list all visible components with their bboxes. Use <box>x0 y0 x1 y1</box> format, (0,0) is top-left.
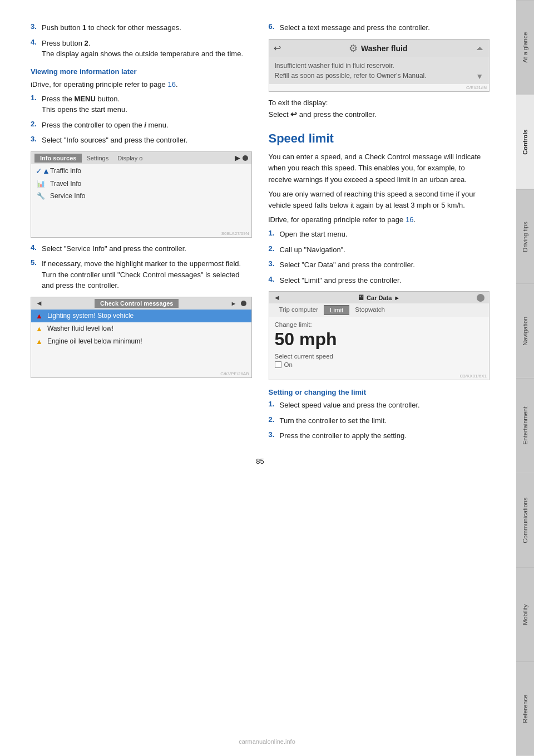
sidebar-item-communications[interactable]: Communications <box>516 473 534 567</box>
screenshot-watermark: C/EI/21/IN <box>269 84 490 91</box>
speed-limit-para-1: You can enter a speed, and a Check Contr… <box>269 151 490 185</box>
sidebar-item-mobility[interactable]: Mobility <box>516 567 534 662</box>
washer-header: ↩ ⚙ Washer fluid ⏶ <box>269 40 490 57</box>
sidebar-item-navigation[interactable]: Navigation <box>516 283 534 378</box>
sidebar-label: Reference <box>522 695 528 723</box>
step-2-controller: 2. Press the controller to open the i me… <box>31 120 252 131</box>
screenshot-watermark: C3/KX01/6X1 <box>269 372 490 380</box>
step-number: 1. <box>31 94 39 115</box>
cc-item-label: Lighting system! Stop vehicle <box>47 312 134 320</box>
washer-message: Insufficient washer fluid in fluid reser… <box>275 62 427 80</box>
step-content: Select "Limit" and press the controller. <box>280 275 402 286</box>
is-item-traffic: ✓▲ Traffic Info <box>31 164 251 178</box>
car-data-screenshot: ◄ 🖥 Car Data ► Trip computer Limit Stopw… <box>269 291 490 380</box>
back-icon: ↩ <box>274 43 281 53</box>
page-number: 85 <box>31 457 490 465</box>
step-content: Select "Service Info" and press the cont… <box>42 243 186 254</box>
page-link-16-right[interactable]: 16 <box>406 215 413 224</box>
screenshot-watermark: S68LA27/09N <box>31 230 251 237</box>
car-data-header-center: 🖥 Car Data ► <box>357 293 400 302</box>
washer-title: Washer fluid <box>361 44 408 53</box>
is-tab-display: Display o <box>113 154 147 163</box>
step-content: Turn the controller to set the limit. <box>280 415 387 426</box>
check-control-screenshot: ◄ Check Control messages ► ▲ Lighting sy… <box>31 297 252 378</box>
sidebar-label: At a glance <box>522 32 528 63</box>
checkbox-icon <box>275 361 281 368</box>
step-number: 2. <box>269 415 278 426</box>
step-4-service: 4. Select "Service Info" and press the c… <box>31 243 252 254</box>
is-item-service: 🔧 Service Info <box>31 190 251 202</box>
sc-step-2: 2. Turn the controller to set the limit. <box>269 415 490 426</box>
sidebar-label: Controls <box>522 130 528 155</box>
step-content: Press button 2.The display again shows t… <box>42 38 243 60</box>
car-data-tabs: Trip computer Limit Stopwatch <box>269 303 490 317</box>
sl-step-3: 3. Select "Car Data" and press the contr… <box>269 259 490 271</box>
change-limit-label: Change limit: <box>275 321 484 328</box>
traffic-info-icon: ✓▲ <box>36 166 46 175</box>
exit-text: To exit the display: Select ↩ and press … <box>269 97 490 121</box>
sidebar-label: Communications <box>522 497 528 543</box>
sl-step-1: 1. Open the start menu. <box>269 229 490 240</box>
sidebar-item-entertainment[interactable]: Entertainment <box>516 378 534 473</box>
step-number: 2. <box>269 244 278 256</box>
sidebar-item-reference[interactable]: Reference <box>516 661 534 756</box>
step-5-highlight: 5. If necessary, move the highlight mark… <box>31 258 252 291</box>
step-number: 2. <box>31 120 39 131</box>
cc-header: ◄ Check Control messages ► <box>31 297 251 310</box>
step-3-info-sources: 3. Select "Info sources" and press the c… <box>31 135 252 146</box>
step-number: 4. <box>269 275 278 286</box>
step-number: 4. <box>31 243 39 254</box>
car-data-nav-left: ◄ <box>274 293 281 302</box>
settings-circle-icon <box>477 294 484 302</box>
washer-fluid-screenshot: ↩ ⚙ Washer fluid ⏶ Insufficient washer f… <box>269 39 490 92</box>
service-info-icon: 🔧 <box>36 192 46 200</box>
washer-icon: ⚙ <box>349 42 358 55</box>
warning-icon: ▲ <box>36 325 43 333</box>
tab-trip-computer[interactable]: Trip computer <box>274 305 324 315</box>
is-tab-settings: Settings <box>82 154 113 163</box>
speed-limit-para-2: You are only warned of reaching this spe… <box>269 189 490 211</box>
screenshot-watermark: C/KVPE/26AB <box>31 370 251 377</box>
step-4: 4. Press button 2.The display again show… <box>31 38 252 60</box>
speed-value: 50 mph <box>275 329 484 350</box>
sc-step-1: 1. Select speed value and press the cont… <box>269 400 490 411</box>
step-content: Select speed value and press the control… <box>280 400 420 411</box>
step-number: 3. <box>269 259 278 271</box>
is-tab-info-sources: Info sources <box>34 154 82 163</box>
setting-changing-heading: Setting or changing the limit <box>269 388 490 396</box>
step-3: 3. Push button 1 to check for other mess… <box>31 22 252 33</box>
step-number: 1. <box>269 400 278 411</box>
nav-arrow-icon: ⏶ <box>476 43 484 53</box>
cc-nav-arrow: ► <box>231 300 237 307</box>
info-sources-screenshot: Info sources Settings Display o ▶ ✓▲ Tra… <box>31 151 252 238</box>
step-content: Select "Car Data" and press the controll… <box>280 259 415 271</box>
washer-header-left: ↩ <box>274 43 281 53</box>
tab-stopwatch[interactable]: Stopwatch <box>349 305 390 315</box>
car-data-title: Car Data <box>367 294 392 301</box>
step-number: 6. <box>269 22 278 33</box>
is-header: Info sources Settings Display o ▶ <box>31 152 251 164</box>
speed-limit-title: Speed limit <box>269 131 490 146</box>
page-link-16[interactable]: 16 <box>167 80 175 89</box>
sidebar-item-controls[interactable]: Controls <box>516 95 534 189</box>
sl-step-2: 2. Call up "Navigation". <box>269 244 490 256</box>
step-content: Open the start menu. <box>280 229 348 240</box>
step-number: 4. <box>31 38 39 60</box>
travel-info-icon: 📊 <box>36 180 46 188</box>
cc-item-engine-oil: ▲ Engine oil level below minimum! <box>31 335 251 348</box>
cc-item-lighting: ▲ Lighting system! Stop vehicle <box>31 310 251 322</box>
step-number: 1. <box>269 229 278 240</box>
step-content: Press the controller to apply the settin… <box>280 430 407 441</box>
sl-step-4: 4. Select "Limit" and press the controll… <box>269 275 490 286</box>
tab-limit[interactable]: Limit <box>324 305 349 315</box>
main-content: 3. Push button 1 to check for other mess… <box>31 22 490 465</box>
step-number: 3. <box>31 22 39 33</box>
sidebar-item-at-a-glance[interactable]: At a glance <box>516 0 534 95</box>
traffic-info-label: Traffic Info <box>50 167 81 175</box>
sidebar-label: Driving tips <box>522 222 528 252</box>
sidebar-item-driving-tips[interactable]: Driving tips <box>516 189 534 284</box>
cc-nav: ► <box>231 300 247 307</box>
step-number: 3. <box>31 135 39 146</box>
step-number: 3. <box>269 430 278 441</box>
step-6: 6. Select a text message and press the c… <box>269 22 490 33</box>
